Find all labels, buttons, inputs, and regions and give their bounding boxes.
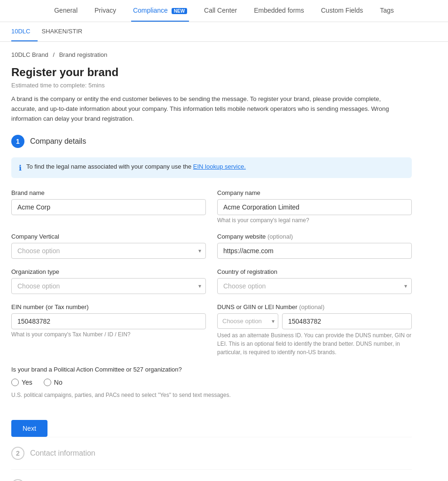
step-1-circle: 1: [11, 135, 24, 148]
company-vertical-select-wrapper: Choose option ▾: [11, 243, 206, 259]
company-name-group: Company name What is your company's lega…: [217, 189, 412, 224]
nav-embedded-forms[interactable]: Embedded forms: [252, 0, 306, 22]
form-row-3: Organization type Choose option ▾ Countr…: [11, 268, 412, 294]
country-registration-select-wrapper: Choose option ▾: [217, 278, 412, 294]
duns-hint: Used as an alternate Business ID. You ca…: [217, 331, 412, 357]
pac-section: Is your brand a Political Action Committ…: [11, 366, 412, 399]
company-website-group: Company website (optional): [217, 233, 412, 259]
new-badge: NEW: [172, 8, 187, 14]
breadcrumb-parent[interactable]: 10DLC Brand: [11, 51, 48, 58]
step-1-header: 1 Company details: [11, 135, 412, 148]
org-type-select[interactable]: Choose option: [11, 278, 206, 294]
company-vertical-select[interactable]: Choose option: [11, 243, 206, 259]
pac-yes-label[interactable]: Yes: [11, 379, 32, 386]
step-3-circle: 3: [11, 479, 24, 481]
country-registration-select[interactable]: Choose option: [217, 278, 412, 294]
main-content: 10DLC Brand / Brand registration Registe…: [0, 42, 423, 481]
duns-label: DUNS or GIIN or LEI Number (optional): [217, 303, 412, 310]
company-website-input[interactable]: [217, 243, 412, 259]
form-row-1: Brand name Company name What is your com…: [11, 189, 412, 224]
next-button[interactable]: Next: [11, 420, 47, 437]
nav-general[interactable]: General: [52, 0, 79, 22]
duns-optional: (optional): [299, 303, 324, 310]
ein-label: EIN number (or Tax number): [11, 303, 206, 310]
brand-name-input[interactable]: [11, 199, 206, 215]
ein-group: EIN number (or Tax number) What is your …: [11, 303, 206, 357]
brand-name-group: Brand name: [11, 189, 206, 224]
company-vertical-group: Company Vertical Choose option ▾: [11, 233, 206, 259]
company-name-input[interactable]: [217, 199, 412, 215]
subnav-shaken-stir[interactable]: SHAKEN/STIR: [41, 22, 90, 41]
info-banner-text: To find the legal name associated with y…: [26, 163, 246, 170]
step-2-label: Contact information: [30, 449, 95, 458]
step-2-circle: 2: [11, 447, 24, 460]
company-vertical-label: Company Vertical: [11, 233, 206, 240]
form-row-4: EIN number (or Tax number) What is your …: [11, 303, 412, 357]
info-icon: ℹ: [19, 163, 22, 172]
nav-compliance[interactable]: Compliance NEW: [131, 0, 189, 22]
ein-input[interactable]: [11, 313, 206, 329]
country-registration-label: Country of registration: [217, 268, 412, 275]
duns-group: DUNS or GIIN or LEI Number (optional) Ch…: [217, 303, 412, 357]
form-row-2: Company Vertical Choose option ▾ Company…: [11, 233, 412, 259]
duns-value-input[interactable]: [282, 313, 412, 329]
company-website-optional: (optional): [267, 233, 293, 240]
ein-lookup-link[interactable]: EIN lookup service.: [193, 163, 246, 170]
pac-hint: U.S. political campaigns, parties, and P…: [11, 391, 412, 399]
duns-select-wrapper: Choose option ▾: [217, 313, 278, 329]
subnav-10dlc[interactable]: 10DLC: [11, 22, 38, 41]
top-navigation: General Privacy Compliance NEW Call Cent…: [0, 0, 448, 22]
company-name-label: Company name: [217, 189, 412, 196]
page-subtitle: Estimated time to complete: 5mins: [11, 82, 412, 89]
breadcrumb: 10DLC Brand / Brand registration: [11, 51, 412, 58]
nav-tags[interactable]: Tags: [378, 0, 396, 22]
page-description: A brand is the company or entity the end…: [11, 94, 397, 124]
org-type-label: Organization type: [11, 268, 206, 275]
breadcrumb-current: Brand registration: [59, 51, 108, 58]
nav-custom-fields[interactable]: Custom Fields: [319, 0, 365, 22]
country-registration-group: Country of registration Choose option ▾: [217, 268, 412, 294]
pac-no-label[interactable]: No: [44, 379, 63, 386]
nav-call-center[interactable]: Call Center: [202, 0, 239, 22]
step-2-section: 2 Contact information: [11, 437, 412, 469]
duns-type-select[interactable]: Choose option: [217, 313, 278, 329]
info-banner: ℹ To find the legal name associated with…: [11, 157, 412, 178]
breadcrumb-separator: /: [53, 51, 55, 58]
pac-yes-text: Yes: [22, 379, 32, 386]
pac-no-text: No: [54, 379, 63, 386]
company-name-hint: What is your company's legal name?: [217, 217, 412, 224]
pac-radio-group: Yes No: [11, 379, 412, 386]
nav-privacy[interactable]: Privacy: [93, 0, 118, 22]
duns-input-row: Choose option ▾: [217, 313, 412, 329]
company-website-label: Company website (optional): [217, 233, 412, 240]
brand-name-label: Brand name: [11, 189, 206, 196]
ein-hint: What is your company's Tax Number / ID /…: [11, 331, 206, 338]
pac-question: Is your brand a Political Action Committ…: [11, 366, 412, 373]
pac-yes-radio[interactable]: [11, 379, 19, 386]
org-type-select-wrapper: Choose option ▾: [11, 278, 206, 294]
org-type-group: Organization type Choose option ▾: [11, 268, 206, 294]
step-1-label: Company details: [30, 137, 86, 146]
pac-no-radio[interactable]: [44, 379, 51, 386]
sub-navigation: 10DLC SHAKEN/STIR: [0, 22, 448, 42]
step-3-section: 3 Acknowledgement: [11, 469, 412, 481]
page-title: Register your brand: [11, 66, 412, 79]
